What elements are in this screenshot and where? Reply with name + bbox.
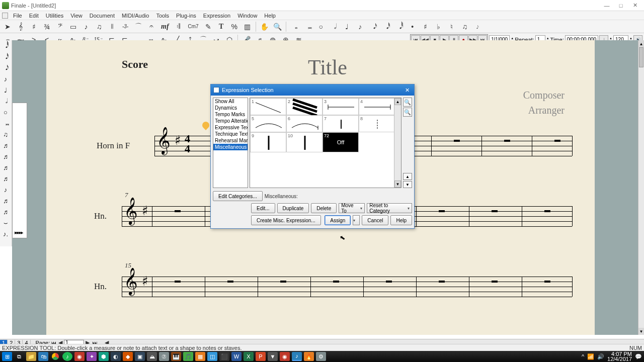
close-button[interactable]: ✕ <box>628 1 642 10</box>
tray-volume-icon[interactable]: 🔊 <box>597 353 604 360</box>
hyperscribe-icon[interactable]: ⦀ <box>106 21 118 32</box>
menu-midi[interactable]: MIDI/Audio <box>118 12 152 20</box>
app-icon-5[interactable]: ◆ <box>123 352 133 361</box>
staff-system-3[interactable]: 𝄞 ♯ <box>122 277 572 297</box>
sharp-icon[interactable]: ♯ <box>420 21 432 32</box>
expression-cell[interactable]: 2 <box>286 98 323 115</box>
palette-quarter-icon[interactable]: ♩ <box>0 84 11 96</box>
category-item[interactable]: Dynamics <box>213 105 248 111</box>
dialog-close-button[interactable]: ✕ <box>403 87 412 94</box>
expression-marker-icon[interactable] <box>201 120 211 130</box>
menu-document[interactable]: Document <box>86 12 118 20</box>
category-item[interactable]: Show All <box>213 98 248 105</box>
text-tool-icon[interactable]: T <box>215 21 227 32</box>
category-item[interactable]: Expressive Text <box>213 124 248 131</box>
expression-grid[interactable]: 1 2 3 4 5 6 7 8 9 10 72Off ▲ ▼ <box>250 98 401 188</box>
assign-button[interactable]: Assign <box>325 215 351 225</box>
palette-32nd-icon[interactable]: 𝅘𝅥𝅰 <box>0 51 11 62</box>
category-item[interactable]: Rehearsal Marks <box>213 137 248 144</box>
app-icon-10[interactable]: 🎵 <box>183 352 193 361</box>
category-item[interactable]: Technique Text <box>213 131 248 137</box>
page-thumbnail[interactable]: ▸▸▸▸ <box>12 103 27 238</box>
beam-icon[interactable]: ♫ <box>459 21 471 32</box>
eighth-note-icon[interactable]: ♪ <box>354 21 366 32</box>
repeat-tool-icon[interactable]: 𝄇 <box>173 21 185 32</box>
app-icon-17[interactable]: ⚙ <box>316 352 326 361</box>
app-icon-11[interactable]: ▦ <box>195 352 205 361</box>
chord-tool-icon[interactable]: Cm7 <box>186 21 201 32</box>
move-to-combo[interactable]: Move To <box>339 203 365 213</box>
expression-cell[interactable]: 3 <box>323 98 359 115</box>
menu-file[interactable]: File <box>10 12 26 20</box>
zoom-in-button[interactable]: 🔍 <box>403 98 412 107</box>
tray-network-icon[interactable]: 📶 <box>587 353 594 360</box>
tuplet-tool-icon[interactable]: -3- <box>119 21 131 32</box>
whole-icon[interactable]: ○ <box>315 21 327 32</box>
spin-up-button[interactable]: ▲ <box>403 173 412 180</box>
score-title[interactable]: Title <box>308 55 347 79</box>
category-item[interactable]: Tempo Marks <box>213 111 248 118</box>
resize-tool-icon[interactable]: % <box>228 21 240 32</box>
palette-grace-icon[interactable]: ♪ <box>0 184 11 195</box>
measure-tool-icon[interactable]: ▭ <box>67 21 79 32</box>
duplicate-button[interactable]: Duplicate <box>277 203 309 213</box>
expression-cell[interactable]: 6 <box>286 115 323 132</box>
create-expression-button[interactable]: Create Misc. Expression... <box>251 215 321 225</box>
whole-note-icon[interactable]: 𝅝 <box>289 21 301 32</box>
expression-cell[interactable]: 9 <box>250 132 286 152</box>
half-note-icon[interactable]: 𝅗𝅥 <box>328 21 340 32</box>
double-whole-icon[interactable]: 𝅜 <box>302 21 314 32</box>
palette-beam2-icon[interactable]: ♬ <box>0 140 11 151</box>
palette-beam4-icon[interactable]: ♬ <box>0 162 11 173</box>
expression-cell[interactable]: 4 <box>359 98 395 115</box>
vertical-scrollbar[interactable]: ▲ ▼ <box>638 40 644 335</box>
category-item-selected[interactable]: Miscellaneous <box>213 144 248 150</box>
palette-128-icon[interactable]: ♬ <box>0 206 11 217</box>
zoom-out-button[interactable]: 🔍 <box>403 108 412 117</box>
expression-cell[interactable]: 5 <box>250 115 286 132</box>
smartshape-icon[interactable]: ⌒ <box>132 21 144 32</box>
grace-icon[interactable]: 𝆕 <box>472 21 484 32</box>
expression-cell-selected[interactable]: 72Off <box>323 132 359 152</box>
menu-help[interactable]: Help <box>261 12 279 20</box>
edit-categories-button[interactable]: Edit Categories... <box>213 191 263 201</box>
edit-button[interactable]: Edit... <box>251 203 275 213</box>
expression-cell[interactable]: 7 <box>323 115 359 132</box>
finale-taskbar-icon[interactable]: ♪ <box>292 352 302 361</box>
expression-cell[interactable]: 10 <box>286 132 323 152</box>
app-icon-6[interactable]: ▣ <box>135 352 145 361</box>
palette-beam3-icon[interactable]: ♬ <box>0 151 11 162</box>
zoom-tool-icon[interactable]: 🔍 <box>272 21 284 32</box>
palette-16th-icon[interactable]: 𝅘𝅥𝅯 <box>0 62 11 73</box>
category-item[interactable]: Tempo Alterations <box>213 118 248 124</box>
scroll-down-icon[interactable]: ▼ <box>394 180 401 188</box>
tray-chevron-icon[interactable]: ^ <box>582 353 584 359</box>
app-icon-8[interactable]: ⑦ <box>159 352 169 361</box>
speedy-tool-icon[interactable]: ♫ <box>93 21 105 32</box>
grid-scrollbar[interactable]: ▲ ▼ <box>394 98 401 188</box>
thirtysecond-icon[interactable]: 𝅘𝅥𝅰 <box>380 21 392 32</box>
app-icon-13[interactable]: ⬛ <box>219 352 229 361</box>
note-tool-icon[interactable]: ♪ <box>80 21 92 32</box>
palette-beam5-icon[interactable]: ♬ <box>0 173 11 184</box>
spotify-icon[interactable]: ♪ <box>62 352 72 361</box>
tray-notifications-icon[interactable]: 💬 <box>635 353 642 360</box>
expression-cell[interactable]: 1 <box>250 98 286 115</box>
menu-edit[interactable]: Edit <box>26 12 42 20</box>
flat-icon[interactable]: ♭ <box>433 21 445 32</box>
sixteenth-note-icon[interactable]: 𝅘𝅥𝅯 <box>367 21 379 32</box>
hand-tool-icon[interactable]: ✋ <box>259 21 271 32</box>
excel-icon[interactable]: X <box>244 352 254 361</box>
assign-dropdown[interactable] <box>353 215 360 225</box>
store-icon[interactable]: 🛍 <box>38 352 48 361</box>
menu-window[interactable]: Window <box>234 12 261 20</box>
task-view-icon[interactable]: ⧉ <box>14 352 24 361</box>
score-arranger[interactable]: Arranger <box>528 105 565 116</box>
delete-button[interactable]: Delete <box>311 203 337 213</box>
app-icon-14[interactable]: ▼ <box>268 352 278 361</box>
scroll-down-icon[interactable]: ▼ <box>638 328 644 335</box>
chrome-icon[interactable] <box>50 352 60 361</box>
app-icon-15[interactable]: ◉ <box>280 352 290 361</box>
palette-half-icon[interactable]: 𝅗𝅥 <box>0 96 11 107</box>
category-list[interactable]: Show All Dynamics Tempo Marks Tempo Alte… <box>213 98 248 188</box>
